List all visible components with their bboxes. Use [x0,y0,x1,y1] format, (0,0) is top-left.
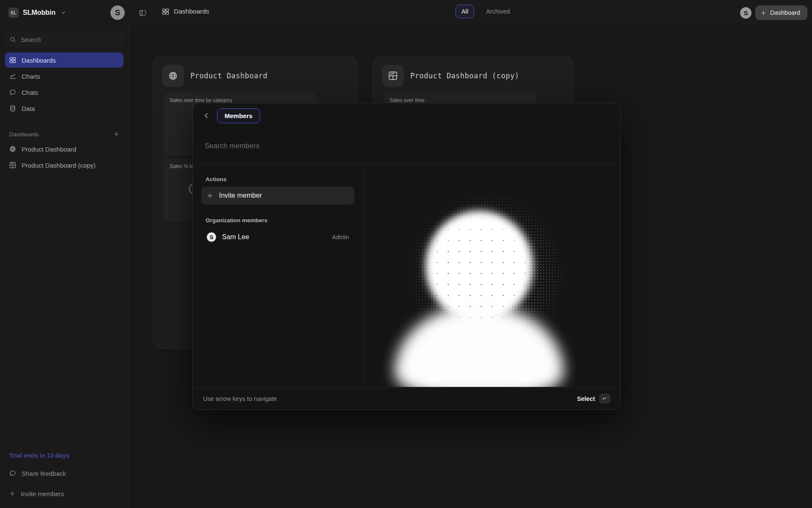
app-logo: S [110,6,125,20]
modal-footer: Use arrow keys to navigate Select ↵ [193,387,620,409]
top-bar: SL SLMobbin S Dashboards All Archived S … [0,0,812,25]
modal-header: Members [193,103,620,128]
sidebar-search[interactable] [5,31,123,47]
sidebar-item-chats[interactable]: Chats [5,85,123,100]
chart-line-icon [9,73,16,80]
chat-bubble-icon [9,89,16,96]
member-avatar: S [207,232,216,242]
globe-icon [9,146,16,152]
share-feedback-label: Share feedback [22,470,66,477]
members-modal: Members Actions Invite member Organizati… [192,103,621,410]
workspace-switcher[interactable]: SL SLMobbin [8,6,66,19]
search-input[interactable] [21,36,119,43]
member-name: Sam Lee [222,233,249,241]
dashboards-grid-icon [162,8,169,15]
trial-notice: Trial ends in 13 days [5,450,123,465]
chart-preview-label: Sales over time [390,97,531,103]
select-label: Select [577,395,595,402]
share-feedback-link[interactable]: Share feedback [5,465,123,482]
archive-filter-tabs: All Archived [455,5,516,18]
plus-icon [9,491,15,497]
sidebar-footer: Trial ends in 13 days Share feedback Inv… [5,450,123,502]
workspace-name: SLMobbin [23,9,55,17]
members-search-row[interactable] [193,128,620,165]
sidebar-item-label: Charts [22,73,40,80]
feedback-bubble-icon [9,470,16,477]
sidebar-item-label: Data [22,105,35,112]
member-role-badge: Admin [332,234,349,240]
new-dashboard-button[interactable]: Dashboard [755,6,807,20]
members-search-input[interactable] [205,142,609,150]
sidebar-nav: Dashboards Charts Chats Data [0,52,129,116]
dashboards-grid-icon [9,57,16,64]
card-title: Product Dashboard (copy) [410,72,519,80]
sidebar-item-data[interactable]: Data [5,101,123,116]
plus-icon [207,193,213,199]
new-dashboard-label: Dashboard [770,9,800,16]
dashboards-section-header: Dashboards [5,129,123,140]
modal-body: Actions Invite member Organization membe… [193,165,620,387]
member-preview-pane [363,165,620,387]
sidebar-item-product-dashboard[interactable]: Product Dashboard [5,141,123,157]
user-avatar[interactable]: S [740,7,752,19]
breadcrumb[interactable]: Dashboards [162,8,209,15]
invite-member-action[interactable]: Invite member [201,187,354,204]
search-icon [10,36,16,43]
sidebar-item-product-dashboard-copy[interactable]: Product Dashboard (copy) [5,157,123,173]
dashboard-mini-icon [382,65,404,87]
add-dashboard-icon[interactable] [113,131,119,137]
dashboard-mini-icon [9,162,16,168]
section-title: Dashboards [9,131,39,138]
card-header: Product Dashboard (copy) [373,56,573,95]
sidebar-item-label: Product Dashboard (copy) [22,162,96,169]
sidebar: Dashboards Charts Chats Data Dashboards [0,25,129,508]
sidebar-item-dashboards[interactable]: Dashboards [5,52,123,68]
plus-icon [761,10,766,16]
tab-all[interactable]: All [455,5,474,18]
halftone-overlay-dots [363,165,620,387]
invite-members-label: Invite members [21,490,64,497]
members-tab-chip[interactable]: Members [217,108,260,123]
workspace-badge: SL [8,8,19,18]
breadcrumb-label: Dashboards [174,8,209,15]
navigation-hint: Use arrow keys to navigate [203,395,277,402]
sidebar-item-charts[interactable]: Charts [5,69,123,84]
database-icon [9,105,16,112]
actions-section-label: Actions [206,176,350,182]
invite-member-label: Invite member [219,192,262,199]
org-members-section-label: Organization members [206,217,350,224]
card-title: Product Dashboard [190,72,268,80]
select-hint-group: Select ↵ [577,394,610,403]
sidebar-toggle-icon[interactable] [139,9,146,17]
chevron-down-icon [60,10,66,16]
enter-key-icon: ↵ [599,394,610,403]
card-header: Product Dashboard [154,56,357,95]
tab-archived[interactable]: Archived [480,5,516,18]
back-chevron-icon[interactable] [203,112,210,119]
members-list-pane: Actions Invite member Organization membe… [193,165,363,387]
sidebar-item-label: Product Dashboard [22,146,76,153]
member-row-sam-lee[interactable]: S Sam Lee Admin [201,228,354,246]
invite-members-link[interactable]: Invite members [5,485,123,502]
sidebar-item-label: Dashboards [22,57,56,64]
chart-preview-label: Sales over time by category [170,97,311,103]
sidebar-item-label: Chats [22,89,38,96]
globe-icon [162,65,184,87]
